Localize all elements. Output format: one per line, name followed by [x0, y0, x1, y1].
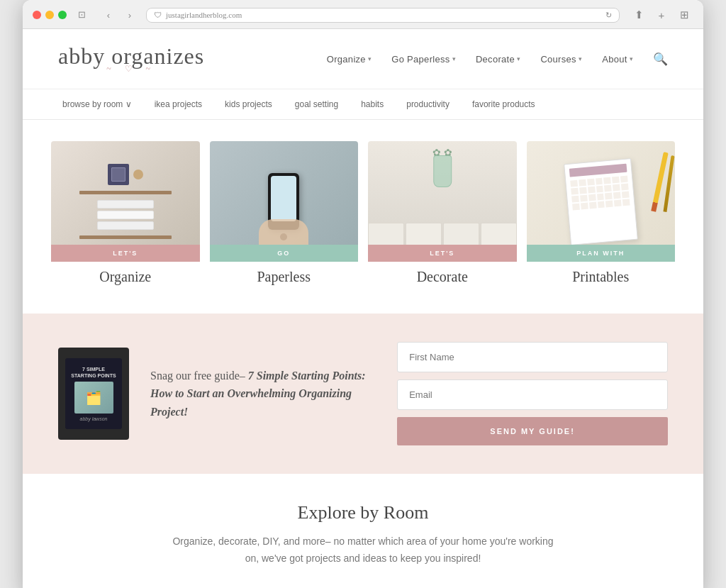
- card-printables-image: PLAN WITH: [527, 141, 676, 262]
- sub-nav: browse by room ∨ ikea projects kids proj…: [23, 89, 703, 120]
- minimize-button[interactable]: [45, 11, 54, 19]
- nav-go-paperless[interactable]: Go Paperless ▾: [391, 54, 456, 65]
- card-paperless[interactable]: GO Paperless: [210, 141, 359, 285]
- browser-nav: ‹ ›: [99, 7, 139, 23]
- traffic-lights: [33, 11, 67, 19]
- card-paperless-image: GO: [210, 141, 359, 262]
- sub-nav-productivity[interactable]: productivity: [395, 96, 461, 112]
- card-organize-image: LET'S: [51, 141, 200, 262]
- cta-section: 7 SIMPLE STARTING POINTS 🗂️ abby lawson …: [23, 314, 703, 474]
- card-paperless-badge: GO: [210, 245, 359, 262]
- card-printables-badge: PLAN WITH: [527, 245, 676, 262]
- site-header: abby organizes ~ ♡ ~ Organize ▾ Go Paper…: [23, 29, 703, 89]
- send-guide-button[interactable]: SEND MY GUIDE!: [397, 417, 668, 445]
- maximize-button[interactable]: [58, 11, 67, 19]
- sub-nav-ikea-projects[interactable]: ikea projects: [143, 96, 213, 112]
- chevron-down-icon: ▾: [630, 55, 633, 62]
- shield-icon: 🛡: [154, 11, 162, 19]
- share-button[interactable]: ⬆: [630, 7, 648, 23]
- browser-chrome: ⊡ ‹ › 🛡 justagirlandherblog.com ↻ ⬆ + ⊞: [23, 0, 703, 29]
- close-button[interactable]: [33, 11, 41, 19]
- logo[interactable]: abby organizes ~ ♡ ~: [58, 43, 204, 74]
- reload-icon[interactable]: ↻: [605, 11, 612, 20]
- cta-text: Snag our free guide– 7 Simple Starting P…: [150, 367, 376, 421]
- chevron-down-icon: ▾: [368, 55, 372, 62]
- cards-section: LET'S Organize: [23, 120, 703, 314]
- explore-description: Organize, decorate, DIY, and more– no ma…: [172, 533, 554, 567]
- sub-nav-goal-setting[interactable]: goal setting: [284, 96, 350, 112]
- sub-nav-habits[interactable]: habits: [350, 96, 395, 112]
- card-decorate-badge: LET'S: [368, 245, 517, 262]
- card-paperless-title: Paperless: [210, 269, 359, 285]
- browser-window: ⊡ ‹ › 🛡 justagirlandherblog.com ↻ ⬆ + ⊞ …: [23, 0, 703, 588]
- cta-form: SEND MY GUIDE!: [397, 342, 668, 445]
- card-organize-badge: LET'S: [51, 245, 200, 262]
- chevron-down-icon: ▾: [517, 55, 520, 62]
- main-nav: Organize ▾ Go Paperless ▾ Decorate ▾ Cou…: [327, 52, 668, 67]
- nav-courses[interactable]: Courses ▾: [540, 54, 582, 65]
- forward-button[interactable]: ›: [121, 7, 139, 23]
- website: abby organizes ~ ♡ ~ Organize ▾ Go Paper…: [23, 29, 703, 588]
- chevron-down-icon: ▾: [452, 55, 456, 62]
- card-printables[interactable]: PLAN WITH Printables: [527, 141, 676, 285]
- nav-about[interactable]: About ▾: [602, 54, 633, 65]
- tabs-button[interactable]: ⊞: [675, 7, 693, 23]
- email-input[interactable]: [397, 379, 668, 410]
- nav-organize[interactable]: Organize ▾: [327, 54, 372, 65]
- book-title-text: 7 SIMPLE STARTING POINTS: [69, 366, 118, 379]
- sub-nav-favorite-products[interactable]: favorite products: [461, 96, 547, 112]
- explore-section: Explore by Room Organize, decorate, DIY,…: [23, 474, 703, 588]
- sub-nav-browse-by-room[interactable]: browse by room ∨: [51, 96, 143, 112]
- explore-title: Explore by Room: [58, 502, 668, 523]
- url-text: justagirlandherblog.com: [166, 11, 242, 19]
- first-name-input[interactable]: [397, 342, 668, 372]
- address-bar[interactable]: 🛡 justagirlandherblog.com ↻: [146, 8, 620, 23]
- sidebar-icon[interactable]: ⊡: [74, 7, 89, 23]
- search-icon[interactable]: 🔍: [653, 52, 668, 67]
- card-printables-title: Printables: [527, 269, 676, 285]
- cta-book: 7 SIMPLE STARTING POINTS 🗂️ abby lawson: [58, 348, 129, 440]
- sub-nav-kids-projects[interactable]: kids projects: [213, 96, 284, 112]
- browser-actions: ⬆ + ⊞: [630, 7, 693, 23]
- card-organize-title: Organize: [51, 269, 200, 285]
- back-button[interactable]: ‹: [99, 7, 118, 23]
- card-organize[interactable]: LET'S Organize: [51, 141, 200, 285]
- card-decorate-title: Decorate: [368, 269, 517, 285]
- book-author-text: abby lawson: [80, 416, 108, 421]
- nav-decorate[interactable]: Decorate ▾: [476, 54, 520, 65]
- new-tab-button[interactable]: +: [652, 7, 671, 23]
- card-decorate[interactable]: ✿ ✿ LET'S Decorate: [368, 141, 517, 285]
- card-decorate-image: ✿ ✿ LET'S: [368, 141, 517, 262]
- chevron-down-icon: ▾: [579, 55, 582, 62]
